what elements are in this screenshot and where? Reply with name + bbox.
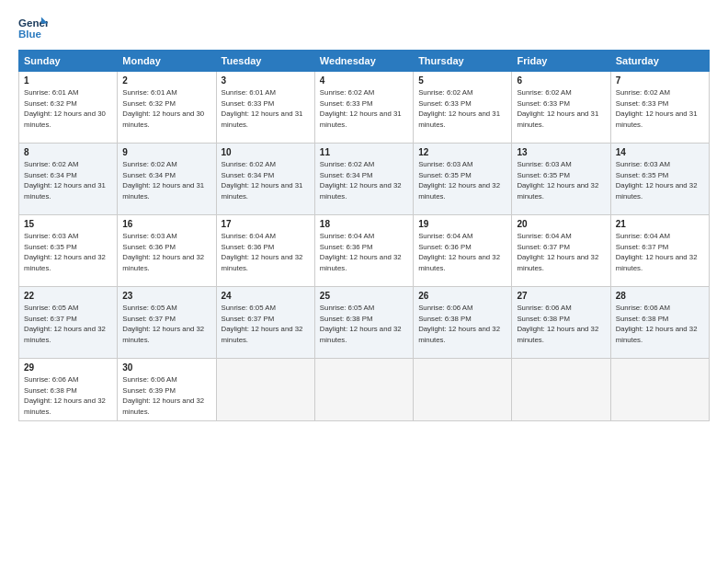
day-number: 30 [122,362,210,373]
logo: General Blue [18,15,48,40]
day-number: 6 [517,75,605,86]
calendar-cell: 20 Sunrise: 6:04 AMSunset: 6:37 PMDaylig… [512,215,610,287]
day-number: 10 [222,147,310,157]
calendar-cell [216,359,314,421]
day-info: Sunrise: 6:05 AMSunset: 6:37 PMDaylight:… [24,304,106,344]
day-number: 5 [418,75,506,86]
day-info: Sunrise: 6:06 AMSunset: 6:38 PMDaylight:… [517,304,598,344]
day-info: Sunrise: 6:02 AMSunset: 6:34 PMDaylight:… [24,160,106,201]
day-number: 17 [222,219,310,229]
calendar-cell [414,359,512,421]
calendar-cell: 26 Sunrise: 6:06 AMSunset: 6:38 PMDaylig… [414,287,512,359]
day-number: 11 [320,147,408,157]
day-info: Sunrise: 6:06 AMSunset: 6:38 PMDaylight:… [24,375,106,416]
calendar-cell: 28 Sunrise: 6:06 AMSunset: 6:38 PMDaylig… [610,287,709,359]
calendar-cell: 6 Sunrise: 6:02 AMSunset: 6:33 PMDayligh… [512,72,610,144]
calendar-cell: 27 Sunrise: 6:06 AMSunset: 6:38 PMDaylig… [512,287,610,359]
calendar-cell: 22 Sunrise: 6:05 AMSunset: 6:37 PMDaylig… [19,287,118,359]
day-info: Sunrise: 6:03 AMSunset: 6:35 PMDaylight:… [418,160,500,201]
weekday-header-sunday: Sunday [19,51,118,72]
calendar-cell: 24 Sunrise: 6:05 AMSunset: 6:37 PMDaylig… [216,287,314,359]
day-number: 9 [122,147,210,157]
day-info: Sunrise: 6:02 AMSunset: 6:34 PMDaylight:… [122,160,204,201]
calendar-cell [314,359,413,421]
calendar-cell: 15 Sunrise: 6:03 AMSunset: 6:35 PMDaylig… [19,215,118,287]
calendar-cell: 21 Sunrise: 6:04 AMSunset: 6:37 PMDaylig… [610,215,709,287]
day-info: Sunrise: 6:03 AMSunset: 6:35 PMDaylight:… [24,232,106,272]
calendar-page: General Blue SundayMondayTuesdayWednesda… [0,0,728,563]
calendar-cell: 17 Sunrise: 6:04 AMSunset: 6:36 PMDaylig… [216,215,314,287]
day-number: 12 [418,147,506,157]
calendar-cell: 3 Sunrise: 6:01 AMSunset: 6:33 PMDayligh… [216,72,314,144]
calendar-cell: 8 Sunrise: 6:02 AMSunset: 6:34 PMDayligh… [19,144,118,215]
day-info: Sunrise: 6:04 AMSunset: 6:37 PMDaylight:… [517,232,598,272]
day-info: Sunrise: 6:01 AMSunset: 6:32 PMDaylight:… [24,88,106,129]
day-info: Sunrise: 6:05 AMSunset: 6:38 PMDaylight:… [320,304,402,344]
day-info: Sunrise: 6:02 AMSunset: 6:33 PMDaylight:… [616,88,698,129]
calendar-cell: 13 Sunrise: 6:03 AMSunset: 6:35 PMDaylig… [512,144,610,215]
page-header: General Blue [18,15,710,40]
day-info: Sunrise: 6:03 AMSunset: 6:35 PMDaylight:… [616,160,698,201]
calendar-cell: 11 Sunrise: 6:02 AMSunset: 6:34 PMDaylig… [314,144,413,215]
day-number: 2 [122,75,210,86]
day-number: 16 [122,219,210,229]
day-number: 3 [222,75,310,86]
day-info: Sunrise: 6:04 AMSunset: 6:36 PMDaylight:… [320,232,402,272]
day-number: 4 [320,75,408,86]
day-info: Sunrise: 6:05 AMSunset: 6:37 PMDaylight:… [122,304,204,344]
day-number: 26 [418,291,506,301]
day-info: Sunrise: 6:01 AMSunset: 6:32 PMDaylight:… [122,88,204,129]
logo-icon: General Blue [18,15,48,40]
calendar-cell: 4 Sunrise: 6:02 AMSunset: 6:33 PMDayligh… [314,72,413,144]
day-number: 23 [122,291,210,301]
day-number: 18 [320,219,408,229]
day-number: 13 [517,147,605,157]
day-info: Sunrise: 6:06 AMSunset: 6:38 PMDaylight:… [418,304,500,344]
calendar-cell: 16 Sunrise: 6:03 AMSunset: 6:36 PMDaylig… [118,215,216,287]
svg-text:Blue: Blue [18,29,42,40]
calendar-cell: 14 Sunrise: 6:03 AMSunset: 6:35 PMDaylig… [610,144,709,215]
calendar-cell: 23 Sunrise: 6:05 AMSunset: 6:37 PMDaylig… [118,287,216,359]
calendar-cell: 30 Sunrise: 6:06 AMSunset: 6:39 PMDaylig… [118,359,216,421]
calendar-table: SundayMondayTuesdayWednesdayThursdayFrid… [18,50,710,421]
day-number: 14 [616,147,704,157]
day-info: Sunrise: 6:02 AMSunset: 6:33 PMDaylight:… [418,88,500,129]
calendar-cell: 12 Sunrise: 6:03 AMSunset: 6:35 PMDaylig… [414,144,512,215]
calendar-cell: 10 Sunrise: 6:02 AMSunset: 6:34 PMDaylig… [216,144,314,215]
day-number: 22 [24,291,112,301]
day-number: 27 [517,291,605,301]
day-number: 7 [616,75,704,86]
day-info: Sunrise: 6:06 AMSunset: 6:39 PMDaylight:… [122,375,204,416]
calendar-cell [512,359,610,421]
weekday-header-tuesday: Tuesday [216,51,314,72]
day-info: Sunrise: 6:02 AMSunset: 6:34 PMDaylight:… [320,160,402,201]
day-info: Sunrise: 6:02 AMSunset: 6:33 PMDaylight:… [320,88,402,129]
day-info: Sunrise: 6:04 AMSunset: 6:37 PMDaylight:… [616,232,698,272]
day-info: Sunrise: 6:01 AMSunset: 6:33 PMDaylight:… [222,88,303,129]
day-number: 21 [616,219,704,229]
calendar-cell: 25 Sunrise: 6:05 AMSunset: 6:38 PMDaylig… [314,287,413,359]
day-number: 1 [24,75,112,86]
calendar-cell [610,359,709,421]
day-info: Sunrise: 6:04 AMSunset: 6:36 PMDaylight:… [222,232,303,272]
day-number: 25 [320,291,408,301]
day-number: 20 [517,219,605,229]
day-info: Sunrise: 6:06 AMSunset: 6:38 PMDaylight:… [616,304,698,344]
day-info: Sunrise: 6:02 AMSunset: 6:34 PMDaylight:… [222,160,303,201]
day-number: 8 [24,147,112,157]
day-number: 28 [616,291,704,301]
day-number: 24 [222,291,310,301]
calendar-cell: 2 Sunrise: 6:01 AMSunset: 6:32 PMDayligh… [118,72,216,144]
calendar-cell: 18 Sunrise: 6:04 AMSunset: 6:36 PMDaylig… [314,215,413,287]
weekday-header-wednesday: Wednesday [314,51,413,72]
calendar-cell: 29 Sunrise: 6:06 AMSunset: 6:38 PMDaylig… [19,359,118,421]
weekday-header-monday: Monday [118,51,216,72]
day-number: 19 [418,219,506,229]
day-number: 15 [24,219,112,229]
weekday-header-saturday: Saturday [610,51,709,72]
day-info: Sunrise: 6:03 AMSunset: 6:36 PMDaylight:… [122,232,204,272]
calendar-cell: 5 Sunrise: 6:02 AMSunset: 6:33 PMDayligh… [414,72,512,144]
calendar-cell: 9 Sunrise: 6:02 AMSunset: 6:34 PMDayligh… [118,144,216,215]
calendar-cell: 19 Sunrise: 6:04 AMSunset: 6:36 PMDaylig… [414,215,512,287]
calendar-cell: 7 Sunrise: 6:02 AMSunset: 6:33 PMDayligh… [610,72,709,144]
